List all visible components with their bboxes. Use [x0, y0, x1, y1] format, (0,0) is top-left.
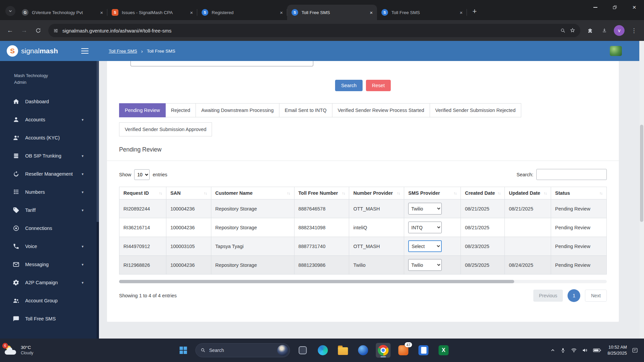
tab-close-icon[interactable]	[99, 9, 105, 15]
status-tab-verified-sender-submission-approved[interactable]: Verified Sender Submission Approved	[119, 122, 212, 136]
tab-search-button[interactable]	[5, 6, 15, 16]
sidebar-item-accounts-kyc[interactable]: Accounts (KYC)	[0, 129, 99, 147]
new-tab-button[interactable]	[469, 6, 480, 17]
taskbar-clock[interactable]: 10:52 AM 8/25/2025	[607, 344, 627, 356]
back-button[interactable]	[3, 24, 17, 37]
status-tab-pending-review[interactable]: Pending Review	[119, 103, 166, 117]
signalmash-logo[interactable]: S signalmash	[0, 45, 73, 57]
reload-button[interactable]	[32, 24, 45, 37]
taskbar-search[interactable]: Search	[195, 343, 290, 357]
col-customer-name[interactable]: Customer Name	[211, 187, 294, 199]
reset-button[interactable]: Reset	[366, 80, 391, 91]
address-bar[interactable]: signalmash.gventure.info/ashwani/#/toll-…	[48, 24, 580, 37]
table-search-input[interactable]	[536, 169, 607, 180]
tab-gventure[interactable]: G GVenture Technology Pvt	[17, 5, 107, 20]
sms-provider-select[interactable]: Twilio	[408, 203, 442, 215]
col-san[interactable]: SAN	[166, 187, 211, 199]
tab-close-icon[interactable]	[458, 9, 464, 15]
search-highlight-image[interactable]	[277, 345, 288, 356]
previous-page-button[interactable]: Previous	[533, 290, 563, 302]
page-scrollbar[interactable]	[639, 41, 644, 339]
restore-button[interactable]	[605, 0, 625, 15]
sort-icon[interactable]	[204, 191, 207, 195]
col-request-id[interactable]: Request ID	[119, 187, 166, 199]
status-tab-verified-sender-review-process-started[interactable]: Verified Sender Review Process Started	[332, 103, 430, 117]
sidebar-toggle-button[interactable]	[81, 44, 95, 58]
task-view-button[interactable]	[295, 343, 310, 358]
page-size-select[interactable]: 10	[134, 169, 150, 180]
next-page-button[interactable]: Next	[585, 290, 607, 302]
file-explorer-button[interactable]	[335, 343, 350, 358]
sidebar-item-toll-free-sms[interactable]: Toll Free SMS	[0, 310, 99, 328]
bookmark-star-icon[interactable]	[570, 27, 576, 34]
header-profile-image[interactable]	[610, 46, 622, 56]
sidebar-scrollbar[interactable]	[97, 61, 99, 339]
sidebar-item-numbers[interactable]: Numbers	[0, 183, 99, 201]
sms-provider-select[interactable]: Twilio	[408, 259, 442, 271]
status-tab-rejected[interactable]: Rejected	[165, 103, 196, 117]
edge-taskbar-button[interactable]	[315, 343, 330, 358]
table-horizontal-scrollbar[interactable]	[119, 280, 607, 283]
downloads-button[interactable]	[598, 24, 611, 37]
sidebar-item-connections[interactable]: Connections	[0, 219, 99, 237]
sort-icon[interactable]	[544, 191, 547, 195]
sms-provider-select[interactable]: INTQ	[408, 222, 442, 233]
volume-icon[interactable]	[582, 347, 588, 353]
col-number-provider[interactable]: Number Provider	[349, 187, 404, 199]
site-info-icon[interactable]	[53, 28, 59, 34]
sort-icon[interactable]	[287, 191, 290, 195]
excel-button[interactable]	[436, 343, 451, 358]
tray-chevron-up-icon[interactable]	[550, 348, 555, 353]
sort-icon[interactable]	[342, 191, 345, 195]
close-button[interactable]	[625, 0, 644, 15]
sort-icon[interactable]	[497, 191, 500, 195]
sidebar-scrollbar-thumb[interactable]	[97, 61, 99, 222]
sidebar-item-account-group[interactable]: Account Group	[0, 292, 99, 310]
sidebar-item-accounts[interactable]: Accounts	[0, 111, 99, 129]
minimize-button[interactable]	[586, 0, 605, 15]
weather-widget[interactable]: 6 30°C Cloudy	[5, 345, 33, 356]
col-status[interactable]: Status	[551, 187, 607, 199]
tab-registered[interactable]: S Registered	[197, 5, 287, 20]
tab-toll-free-sms-2[interactable]: S Toll Free SMS	[377, 5, 467, 20]
col-updated-date[interactable]: Updated Date	[505, 187, 551, 199]
tab-close-icon[interactable]	[368, 9, 374, 15]
tab-close-icon[interactable]	[278, 9, 284, 15]
sort-icon[interactable]	[453, 191, 457, 195]
sidebar-item-tariff[interactable]: Tariff	[0, 201, 99, 219]
notification-center-icon[interactable]	[632, 347, 638, 353]
scrollbar-thumb[interactable]	[119, 280, 514, 283]
blue-app-button[interactable]	[356, 343, 370, 358]
forward-button[interactable]	[17, 24, 31, 37]
mail-app-button[interactable]: 47	[396, 343, 411, 358]
extensions-button[interactable]	[584, 24, 597, 37]
microphone-icon[interactable]	[560, 348, 566, 353]
tab-toll-free-sms-active[interactable]: S Toll Free SMS	[287, 5, 377, 20]
tab-issues[interactable]: S Issues - SignalMash CPA	[107, 5, 197, 20]
chrome-taskbar-button[interactable]	[376, 343, 390, 358]
browser-profile-avatar[interactable]: v	[614, 25, 625, 36]
wifi-icon[interactable]	[571, 347, 577, 353]
battery-icon[interactable]	[593, 348, 601, 353]
status-tab-email-sent-to-intq[interactable]: Email Sent to INTQ	[279, 103, 332, 117]
sidebar-item-a2p-campaign[interactable]: A2P Campaign	[0, 274, 99, 292]
notepad-button[interactable]	[416, 343, 431, 358]
sort-icon[interactable]	[397, 191, 400, 195]
status-tab-verified-sender-submission-rejected[interactable]: Verified Sender Submission Rejected	[430, 103, 521, 117]
start-button[interactable]	[176, 344, 190, 357]
col-toll-free-number[interactable]: Toll Free Number	[294, 187, 349, 199]
search-zoom-icon[interactable]	[560, 28, 566, 34]
status-tab-awaiting-downstream-processing[interactable]: Awaiting Downstream Processing	[196, 103, 279, 117]
search-button[interactable]: Search	[335, 80, 363, 91]
col-created-date[interactable]: Created Date	[461, 187, 505, 199]
sort-icon[interactable]	[159, 191, 162, 195]
breadcrumb-parent[interactable]: Toll Free SMS	[109, 49, 137, 54]
sidebar-item-voice[interactable]: Voice	[0, 237, 99, 255]
filter-input-partial[interactable]	[130, 61, 313, 66]
browser-menu-button[interactable]	[627, 24, 641, 37]
sidebar-item-messaging[interactable]: Messaging	[0, 255, 99, 274]
sidebar-item-dashboard[interactable]: Dashboard	[0, 93, 99, 111]
page-scrollbar-thumb[interactable]	[640, 125, 643, 222]
page-1-button[interactable]: 1	[568, 289, 580, 302]
sms-provider-select[interactable]: Select	[408, 240, 442, 252]
